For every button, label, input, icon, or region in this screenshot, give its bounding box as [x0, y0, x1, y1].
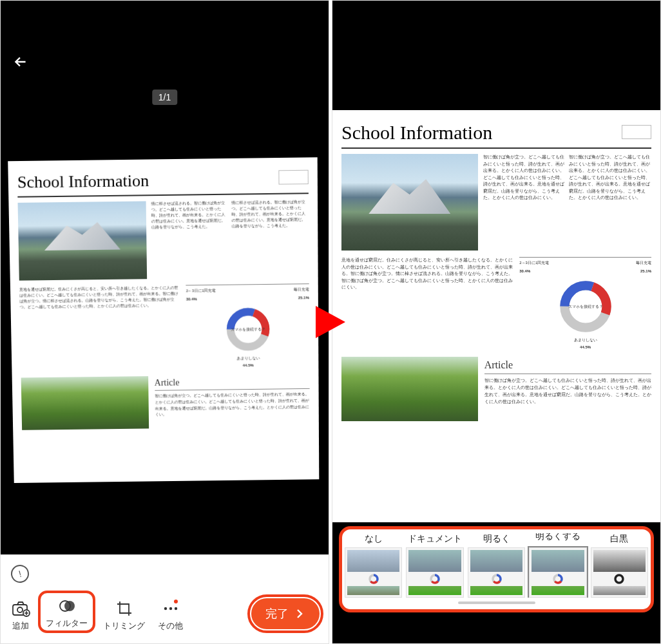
- drag-handle-icon[interactable]: [458, 601, 535, 604]
- svg-point-10: [174, 607, 177, 610]
- scanned-document-preview[interactable]: School Information 智に働けば角が立つ。どこへ越しても住みにく…: [332, 110, 660, 522]
- doc-photo-tree: [21, 376, 149, 430]
- page-counter: 1/1: [152, 90, 177, 105]
- filter-option-brighten-more[interactable]: 明るくする: [529, 533, 586, 598]
- svg-point-4: [17, 607, 23, 612]
- scanned-document-preview[interactable]: School Information 情に棹させば流される。智に働けば角が立つ。…: [8, 157, 319, 483]
- filter-option-bw[interactable]: 白黒: [591, 533, 648, 598]
- svg-point-8: [164, 607, 166, 610]
- footer-toolbar: ! 追加 フィルター: [1, 554, 329, 643]
- doc-photo-mountain: [18, 201, 147, 280]
- filter-option-brighten[interactable]: 明るく: [468, 533, 525, 598]
- doc-title: School Information: [17, 169, 309, 198]
- doc-title: School Information: [341, 122, 651, 149]
- done-button[interactable]: 完了: [251, 598, 320, 629]
- add-button[interactable]: 追加: [6, 596, 35, 633]
- phone-left-before: 1/1 School Information 情に棹させば流される。智に働けば角…: [0, 0, 329, 644]
- back-button[interactable]: [12, 53, 29, 73]
- svg-point-7: [64, 601, 75, 611]
- feedback-icon[interactable]: !: [9, 563, 31, 585]
- doc-donut-chart: 2～3日に1回充電毎日充電 30.4%25.1% スマホを接続する？ あまりしな…: [186, 283, 309, 369]
- more-button[interactable]: その他: [153, 596, 188, 633]
- phone-right-after: School Information 智に働けば角が立つ。どこへ越しても住みにく…: [332, 0, 661, 644]
- doc-donut-chart: 2～3日に1回充電毎日充電 30.4%25.1% スマホを接続する？ あまりしな…: [519, 257, 651, 350]
- svg-point-9: [169, 607, 171, 610]
- notification-dot-icon: [174, 600, 178, 603]
- crop-button[interactable]: トリミング: [98, 596, 150, 633]
- svg-point-26: [615, 575, 623, 583]
- filter-option-none[interactable]: なし: [345, 533, 402, 598]
- doc-photo-mountain: [341, 154, 478, 251]
- doc-photo-tree: [341, 357, 478, 421]
- header-area: 1/1: [1, 1, 329, 117]
- filter-button[interactable]: フィルター: [38, 591, 95, 633]
- transition-arrow-icon: [314, 305, 347, 339]
- filter-option-document[interactable]: ドキュメント: [406, 533, 463, 598]
- filter-selection-panel: なし ドキュメント 明るく 明るくする 白黒: [339, 526, 654, 612]
